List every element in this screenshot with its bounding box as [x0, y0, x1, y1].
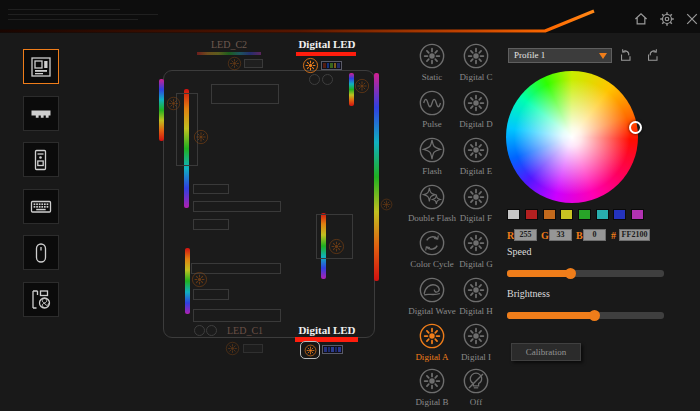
profile-dropdown[interactable]: Profile 1	[508, 48, 612, 63]
off-icon	[462, 367, 490, 395]
brightness-label: Brightness	[507, 288, 550, 299]
r-value-field[interactable]: 255	[514, 229, 537, 241]
rgb-fusion-window: LED_C2 Digital LED LED_C1 Digital LED St…	[0, 0, 700, 411]
speed-slider-knob[interactable]	[565, 268, 576, 279]
sidebar-item-pc-case[interactable]	[23, 142, 59, 177]
board-slot	[193, 219, 229, 230]
mode-digital-c[interactable]: Digital C	[453, 42, 499, 86]
speed-slider[interactable]	[507, 270, 664, 277]
gear-icon	[659, 11, 675, 27]
swatch-orange[interactable]	[543, 209, 556, 220]
board-slot	[193, 309, 281, 322]
mode-digital-i[interactable]: Digital I	[453, 322, 499, 366]
zone-label-led-c1: LED_C1	[220, 325, 270, 336]
swatch-white[interactable]	[507, 209, 520, 220]
swatch-cyan[interactable]	[596, 209, 609, 220]
g-label: G	[541, 230, 549, 241]
mode-digital-h[interactable]: Digital H	[453, 276, 499, 320]
home-icon	[633, 11, 649, 27]
board-slot	[211, 84, 279, 104]
mode-label: Digital H	[446, 306, 506, 316]
board-connector	[194, 325, 205, 336]
speed-slider-fill	[507, 270, 571, 277]
sidebar-item-keyboard[interactable]	[23, 189, 59, 224]
led-zone-icon[interactable]	[380, 198, 393, 211]
flash-icon	[418, 136, 446, 164]
brightness-slider-knob[interactable]	[589, 310, 600, 321]
close-button[interactable]	[684, 11, 700, 27]
mode-label: Off	[446, 397, 506, 407]
digital-led-bottom-mini-strip[interactable]	[322, 345, 343, 354]
chevron-down-icon	[599, 53, 607, 59]
sidebar-item-motherboard[interactable]	[23, 49, 59, 84]
speed-label: Speed	[507, 246, 531, 257]
graphics-card-fan-icon	[29, 288, 53, 312]
digital-led-bottom-zone-selected[interactable]	[300, 341, 320, 359]
mode-label: Digital D	[446, 119, 506, 129]
hex-label: #	[611, 230, 616, 241]
led-zone-icon[interactable]	[354, 78, 370, 94]
import-profile-button[interactable]	[618, 47, 634, 63]
keyboard-icon	[29, 195, 53, 219]
led-zone-icon[interactable]	[193, 129, 209, 145]
swatch-red[interactable]	[525, 209, 538, 220]
sidebar-item-memory[interactable]	[23, 96, 59, 131]
zone-label-digital-led-top: Digital LED	[294, 38, 360, 50]
digital-wave-icon	[418, 276, 446, 304]
led-c1-mini-strip[interactable]	[243, 344, 263, 353]
board-slot	[193, 289, 229, 300]
led-c2-mini-strip[interactable]	[244, 59, 263, 68]
swatch-yellow[interactable]	[560, 209, 573, 220]
color-wheel[interactable]	[506, 71, 638, 203]
zone-label-led-c2: LED_C2	[197, 39, 261, 50]
zone-label-digital-led-bottom: Digital LED	[294, 324, 360, 336]
export-profile-button[interactable]	[645, 47, 661, 63]
brightness-slider-fill	[507, 312, 595, 319]
board-slot	[193, 184, 229, 194]
digital-a-icon	[418, 322, 446, 350]
b-label: B	[576, 230, 583, 241]
digital-led-bottom-zone-icon	[304, 344, 317, 357]
digital-led-top-underline	[296, 52, 356, 56]
sidebar-item-mouse[interactable]	[23, 235, 59, 270]
settings-button[interactable]	[659, 11, 675, 27]
swatch-magenta[interactable]	[631, 209, 644, 220]
digital-g-icon	[462, 229, 490, 257]
led-zone-icon[interactable]	[166, 96, 181, 111]
digital-led-top-zone-icon[interactable]	[302, 57, 319, 74]
digital-b-icon	[418, 367, 446, 395]
digital-c-icon	[462, 42, 490, 70]
mode-label: Digital E	[446, 166, 506, 176]
b-value-field[interactable]: 0	[583, 229, 606, 241]
led-c1-zone-icon[interactable]	[225, 341, 240, 356]
double-flash-icon	[418, 183, 446, 211]
hex-value-field[interactable]: FF2100	[619, 229, 650, 241]
profile-value: Profile 1	[509, 49, 611, 62]
calibration-button[interactable]: Calibration	[511, 343, 581, 361]
sidebar-item-graphics-card-fan[interactable]	[23, 282, 59, 317]
export-icon	[645, 47, 661, 63]
digital-led-top-mini-strip[interactable]	[321, 61, 342, 70]
led-zone-icon[interactable]	[191, 271, 208, 288]
mode-digital-g[interactable]: Digital G	[453, 229, 499, 273]
mode-label: Digital I	[446, 352, 506, 362]
home-button[interactable]	[633, 11, 649, 27]
led-c2-zone-icon[interactable]	[227, 56, 242, 71]
led-zone-icon[interactable]	[328, 238, 345, 255]
mode-digital-d[interactable]: Digital D	[453, 89, 499, 133]
digital-f-icon	[462, 183, 490, 211]
digital-h-icon	[462, 276, 490, 304]
brightness-slider[interactable]	[507, 312, 664, 319]
digital-e-icon	[462, 136, 490, 164]
rgb-strip	[374, 73, 379, 281]
mode-label: Digital F	[446, 213, 506, 223]
mode-digital-e[interactable]: Digital E	[453, 136, 499, 180]
mode-off[interactable]: Off	[453, 367, 499, 411]
color-wheel-selector[interactable]	[629, 121, 642, 134]
g-value-field[interactable]: 33	[549, 229, 572, 241]
swatch-green[interactable]	[578, 209, 591, 220]
swatch-blue[interactable]	[613, 209, 626, 220]
mode-digital-f[interactable]: Digital F	[453, 183, 499, 227]
board-connector	[206, 325, 217, 336]
motherboard-icon	[29, 55, 53, 79]
